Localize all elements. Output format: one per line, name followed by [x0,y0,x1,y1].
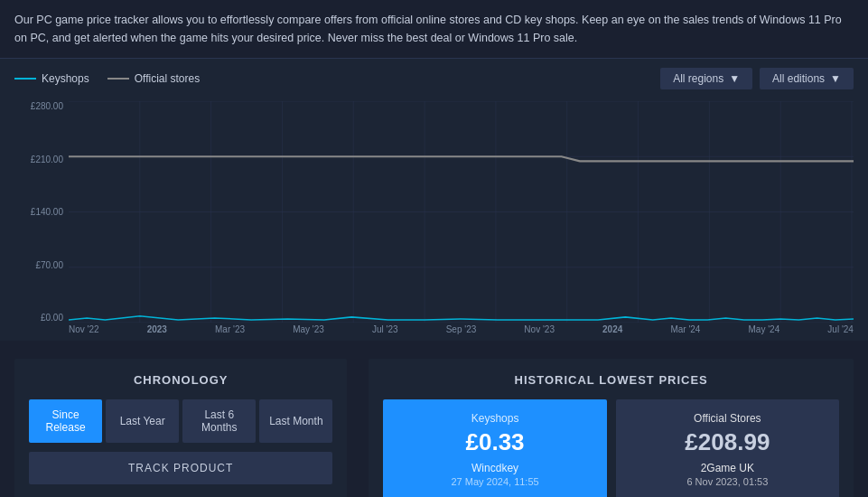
last-month-label: Last Month [269,415,322,427]
official-price-card: Official Stores £208.99 2Game UK 6 Nov 2… [616,399,839,497]
chart-controls: Keyshops Official stores All regions ▼ A… [14,68,854,89]
chronology-panel: CHRONOLOGY Since Release Last Year Last … [14,359,347,497]
dropdown-group: All regions ▼ All editions ▼ [660,68,854,89]
x-label-3: May '23 [293,324,324,341]
description-text: Our PC game price tracker allows you to … [0,0,868,59]
chronology-title: CHRONOLOGY [29,373,332,387]
historical-panel: HISTORICAL LOWEST PRICES Keyshops £0.33 … [369,359,854,497]
editions-label: All editions [772,72,825,85]
official-legend-label: Official stores [135,72,200,85]
official-stores-line [69,156,854,161]
chart-section: Keyshops Official stores All regions ▼ A… [0,59,868,341]
x-label-5: Sep '23 [446,324,477,341]
official-card-date: 6 Nov 2023, 01:53 [625,476,830,487]
last-month-button[interactable]: Last Month [259,399,332,443]
official-card-store: 2Game UK [625,462,830,474]
price-chart: £280.00 £210.00 £140.00 £70.00 £0.00 [14,97,854,341]
official-legend-item: Official stores [107,72,200,85]
x-label-0: Nov '22 [69,324,99,341]
x-label-10: Jul '24 [827,324,854,341]
regions-label: All regions [673,72,723,85]
y-label-1: £210.00 [14,155,69,164]
y-label-4: £0.00 [14,313,69,323]
x-label-1: 2023 [147,324,167,341]
keyshops-line [69,316,854,320]
editions-chevron-icon: ▼ [830,72,841,85]
last-year-label: Last Year [120,415,165,427]
official-card-label: Official Stores [625,412,830,425]
last-year-button[interactable]: Last Year [106,399,179,443]
editions-dropdown[interactable]: All editions ▼ [760,68,854,89]
bottom-section: CHRONOLOGY Since Release Last Year Last … [0,341,868,497]
last-6-months-label: Last 6 Months [201,408,237,434]
keyshops-legend-line [14,78,36,80]
official-legend-line [107,78,129,80]
regions-dropdown[interactable]: All regions ▼ [660,68,752,89]
chrono-buttons-group: Since Release Last Year Last 6 Months La… [29,399,332,443]
keyshops-card-price: £0.33 [392,428,597,456]
y-label-2: £140.00 [14,207,69,217]
keyshops-legend-label: Keyshops [42,72,89,85]
track-product-button[interactable]: TRACK PRODUCT [29,452,332,484]
keyshops-price-card: Keyshops £0.33 Wincdkey 27 May 2024, 11:… [383,399,606,497]
description-content: Our PC game price tracker allows you to … [14,14,842,44]
x-label-7: 2024 [602,324,622,341]
x-label-2: Mar '23 [215,324,245,341]
x-label-4: Jul '23 [372,324,398,341]
keyshops-legend-item: Keyshops [14,72,89,85]
official-card-price: £208.99 [625,428,830,456]
y-label-3: £70.00 [14,260,69,270]
keyshops-card-store: Wincdkey [392,462,597,474]
keyshops-card-label: Keyshops [392,412,597,425]
track-product-label: TRACK PRODUCT [128,462,233,474]
historical-title: HISTORICAL LOWEST PRICES [383,373,839,387]
chart-plot-area [69,101,854,323]
since-release-button[interactable]: Since Release [29,399,102,443]
since-release-label: Since Release [46,408,86,434]
y-label-0: £280.00 [14,101,69,111]
chart-y-axis: £280.00 £210.00 £140.00 £70.00 £0.00 [14,97,69,341]
x-label-9: May '24 [749,324,780,341]
last-6-months-button[interactable]: Last 6 Months [182,399,256,443]
x-label-6: Nov '23 [524,324,555,341]
chart-x-axis: Nov '22 2023 Mar '23 May '23 Jul '23 Sep… [69,324,854,341]
x-label-8: Mar '24 [670,324,700,341]
chart-legend: Keyshops Official stores [14,72,200,85]
chart-svg [69,101,854,323]
regions-chevron-icon: ▼ [729,72,740,85]
keyshops-card-date: 27 May 2024, 11:55 [392,476,597,487]
price-cards-group: Keyshops £0.33 Wincdkey 27 May 2024, 11:… [383,399,839,497]
